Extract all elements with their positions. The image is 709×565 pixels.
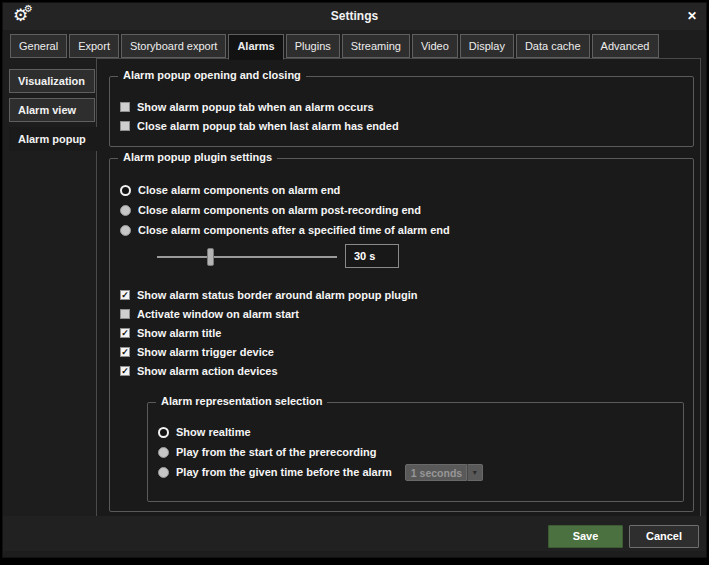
- checkbox-icon[interactable]: [120, 121, 130, 131]
- tab-data-cache[interactable]: Data cache: [516, 34, 590, 58]
- group-alarm-popup-plugin-settings: Alarm popup plugin settings Close alarm …: [109, 158, 694, 512]
- group-title: Alarm popup opening and closing: [118, 69, 306, 81]
- radio-row-close-on-post-recording-end[interactable]: Close alarm components on alarm post-rec…: [120, 200, 685, 220]
- checkbox-row-show-alarm-popup-tab[interactable]: Show alarm popup tab when an alarm occur…: [120, 97, 685, 116]
- dropdown-value[interactable]: 1 seconds: [405, 464, 467, 481]
- radio-label: Close alarm components after a specified…: [138, 224, 450, 236]
- checkbox-icon[interactable]: [120, 309, 130, 319]
- alarm-settings-sidebar: Visualization Alarm view Alarm popup: [9, 69, 98, 156]
- tab-video[interactable]: Video: [412, 34, 458, 58]
- checkbox-label: Activate window on alarm start: [137, 308, 299, 320]
- checkbox-label: Show alarm trigger device: [137, 346, 274, 358]
- tab-general[interactable]: General: [10, 34, 67, 58]
- group-alarm-representation-selection: Alarm representation selection Show real…: [147, 402, 684, 502]
- group-alarm-popup-opening-closing: Alarm popup opening and closing Show ala…: [109, 76, 694, 147]
- checkbox-label: Show alarm status border around alarm po…: [137, 289, 418, 301]
- radio-label: Close alarm components on alarm end: [138, 184, 340, 196]
- tab-advanced[interactable]: Advanced: [592, 34, 659, 58]
- radio-icon[interactable]: [158, 447, 169, 458]
- checkbox-row-activate-window[interactable]: Activate window on alarm start: [120, 304, 685, 323]
- close-icon[interactable]: ✕: [687, 3, 697, 30]
- tab-export[interactable]: Export: [69, 34, 119, 58]
- checkbox-row-show-alarm-trigger-device[interactable]: ✓ Show alarm trigger device: [120, 342, 685, 361]
- radio-label: Show realtime: [176, 426, 251, 438]
- sidebar-item-alarm-view[interactable]: Alarm view: [9, 98, 95, 122]
- dialog-footer: Save Cancel: [3, 516, 706, 551]
- radio-icon[interactable]: [158, 427, 169, 438]
- group-title: Alarm representation selection: [156, 395, 327, 407]
- settings-tab-bar: General Export Storyboard export Alarms …: [10, 34, 659, 60]
- checkbox-label: Close alarm popup tab when last alarm ha…: [137, 120, 399, 132]
- tab-display[interactable]: Display: [460, 34, 514, 58]
- time-before-alarm-dropdown[interactable]: 1 seconds ▼: [405, 464, 483, 481]
- checkbox-checked-icon[interactable]: ✓: [120, 347, 130, 357]
- radio-icon[interactable]: [120, 205, 131, 216]
- sidebar-item-alarm-popup[interactable]: Alarm popup: [9, 127, 98, 151]
- radio-row-play-from-prerecording-start[interactable]: Play from the start of the prerecording: [158, 442, 675, 462]
- checkbox-label: Show alarm action devices: [137, 365, 278, 377]
- title-bar: ⚙ ⚙ Settings ✕: [3, 3, 706, 30]
- tab-alarms[interactable]: Alarms: [228, 34, 283, 60]
- group-title: Alarm popup plugin settings: [118, 151, 277, 163]
- radio-label: Close alarm components on alarm post-rec…: [138, 204, 421, 216]
- sidebar-item-visualization[interactable]: Visualization: [9, 69, 95, 93]
- radio-row-show-realtime[interactable]: Show realtime: [158, 422, 675, 442]
- settings-window: ⚙ ⚙ Settings ✕ General Export Storyboard…: [2, 2, 707, 558]
- checkbox-row-close-alarm-popup-tab[interactable]: Close alarm popup tab when last alarm ha…: [120, 116, 685, 135]
- checkbox-row-show-alarm-action-devices[interactable]: ✓ Show alarm action devices: [120, 361, 685, 380]
- checkbox-checked-icon[interactable]: ✓: [120, 290, 130, 300]
- alarm-end-time-value-field[interactable]: 30 s: [345, 244, 399, 268]
- radio-label: Play from the start of the prerecording: [176, 446, 376, 458]
- chevron-down-icon[interactable]: ▼: [467, 464, 483, 481]
- save-button[interactable]: Save: [548, 525, 623, 548]
- tab-streaming[interactable]: Streaming: [342, 34, 410, 58]
- checkbox-label: Show alarm popup tab when an alarm occur…: [137, 101, 374, 113]
- slider-thumb[interactable]: [207, 248, 214, 266]
- checkbox-label: Show alarm title: [137, 327, 221, 339]
- alarm-popup-settings-page: Alarm popup opening and closing Show ala…: [96, 58, 701, 520]
- alarm-end-time-slider[interactable]: [157, 247, 337, 267]
- radio-icon[interactable]: [120, 225, 131, 236]
- radio-label: Play from the given time before the alar…: [176, 466, 392, 478]
- window-title: Settings: [3, 3, 706, 30]
- tab-plugins[interactable]: Plugins: [286, 34, 340, 58]
- checkbox-checked-icon[interactable]: ✓: [120, 328, 130, 338]
- tab-storyboard-export[interactable]: Storyboard export: [121, 34, 226, 58]
- radio-row-play-from-given-time[interactable]: Play from the given time before the alar…: [158, 462, 675, 482]
- checkbox-checked-icon[interactable]: ✓: [120, 366, 130, 376]
- checkbox-icon[interactable]: [120, 102, 130, 112]
- cancel-button[interactable]: Cancel: [629, 525, 699, 548]
- slider-track[interactable]: [157, 256, 337, 258]
- checkbox-row-show-alarm-status-border[interactable]: ✓ Show alarm status border around alarm …: [120, 285, 685, 304]
- radio-row-close-on-alarm-end[interactable]: Close alarm components on alarm end: [120, 180, 685, 200]
- radio-row-close-after-specified-time[interactable]: Close alarm components after a specified…: [120, 220, 685, 240]
- radio-icon[interactable]: [120, 185, 131, 196]
- checkbox-row-show-alarm-title[interactable]: ✓ Show alarm title: [120, 323, 685, 342]
- radio-icon[interactable]: [158, 467, 169, 478]
